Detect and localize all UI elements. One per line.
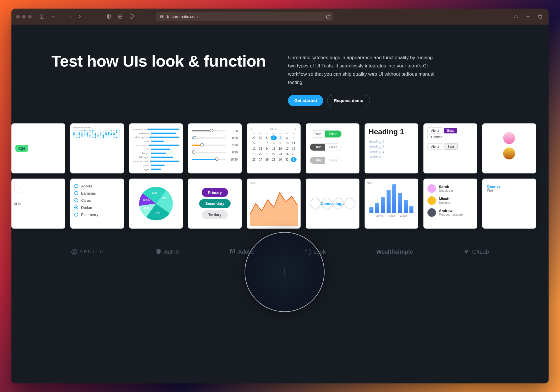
svg-point-4 — [121, 16, 121, 17]
svg-point-2 — [118, 15, 122, 19]
cal-next-icon[interactable]: › — [295, 127, 297, 131]
address-bar[interactable]: chromatic.com — [156, 12, 333, 21]
globe-icon — [160, 15, 164, 19]
card-pager: › of 40 — [11, 179, 65, 229]
svg-point-3 — [119, 16, 120, 17]
lock-icon — [166, 15, 169, 18]
privacy-icon[interactable] — [116, 13, 124, 21]
page-title: Test how UIs look & function — [51, 52, 271, 70]
card-tabs: Queries Fiel — [482, 179, 536, 229]
tertiary-button[interactable]: Tertiary — [202, 210, 228, 219]
logo-adobe: Adobe — [229, 249, 255, 255]
reload-icon[interactable] — [326, 15, 330, 19]
card-badge: dge — [11, 123, 65, 173]
cal-prev-icon[interactable]: ‹ — [251, 127, 252, 131]
pager-next-icon[interactable]: › — [14, 184, 24, 193]
list-item[interactable]: Bananas — [74, 191, 120, 195]
card-buttons: Primary Secondary Tertiary — [188, 179, 242, 229]
card-pie-chart: 35%25%12.9%12.5%25% — [129, 179, 183, 229]
connecting-label: Connecting... — [321, 201, 344, 206]
url-text: chromatic.com — [172, 14, 198, 19]
svg-rect-11 — [539, 15, 542, 18]
forward-button[interactable] — [76, 13, 84, 21]
browser-toolbar: chromatic.com — [11, 9, 549, 25]
list-item[interactable]: Apples — [74, 184, 120, 188]
logo-apollo: APOLLO — [71, 249, 105, 255]
list-item[interactable]: Durian — [74, 205, 120, 210]
card-histogram: 95% 20ms30ms40ms — [365, 179, 418, 229]
plus-icon[interactable] — [524, 13, 532, 21]
secondary-button[interactable]: Secondary — [199, 199, 231, 208]
svg-rect-8 — [167, 17, 169, 18]
shield-outline-icon[interactable] — [128, 13, 136, 21]
back-button[interactable] — [67, 13, 75, 21]
tabs-icon[interactable] — [536, 13, 544, 21]
logo-seek: seek — [305, 249, 326, 255]
hero-body: Chromatic catches bugs in appearance and… — [288, 54, 437, 87]
card-headings: Heading 1 Heading 2Heading 3Heading 4Hea… — [365, 123, 418, 173]
card-area-chart: 25% — [247, 179, 301, 229]
card-connecting: Connecting... — [306, 179, 359, 229]
card-bar-chart: transactionestimatedescriptionnamesummar… — [129, 123, 183, 173]
list-item[interactable]: Citrus — [74, 198, 120, 203]
svg-point-18 — [306, 249, 311, 254]
shield-half-icon[interactable] — [105, 13, 113, 21]
sidebar-toggle-icon[interactable] — [38, 13, 46, 21]
request-demo-button[interactable]: Request demo — [327, 95, 370, 106]
svg-rect-0 — [40, 15, 44, 18]
card-pills: AlphaBetaGamma AlphaBeta — [423, 123, 477, 173]
badge: dge — [15, 145, 28, 152]
customer-logos: APOLLO Auth0 Adobe seek Wealthsimple Git… — [11, 229, 549, 267]
card-sliders: --/200/205/200/2015/20 — [188, 123, 242, 173]
svg-text:12.9%: 12.9% — [144, 206, 151, 209]
logo-gitlab: GitLab — [464, 249, 489, 255]
card-radio-list: ApplesBananasCitrusDurianElderberry — [70, 179, 124, 229]
hero-section: Test how UIs look & function Chromatic c… — [11, 25, 549, 123]
min-dot[interactable] — [22, 15, 26, 19]
primary-button[interactable]: Primary — [202, 188, 228, 197]
list-item[interactable]: Elderberry — [74, 213, 120, 217]
card-avatars — [482, 123, 536, 173]
svg-text:25%: 25% — [152, 191, 157, 194]
chevron-down-icon[interactable] — [49, 13, 57, 21]
page-content: Test how UIs look & function Chromatic c… — [11, 25, 549, 383]
close-dot[interactable] — [16, 15, 20, 19]
svg-text:25%: 25% — [155, 211, 160, 214]
avatar — [503, 132, 515, 144]
get-started-button[interactable]: Get started — [288, 95, 323, 106]
logo-wealthsimple: Wealthsimple — [376, 249, 413, 255]
svg-text:12.5%: 12.5% — [143, 199, 150, 201]
card-toggles: TrueFalseTrueFalseTrueFalse — [306, 123, 359, 173]
card-people: SarahDeveloperMicahDesignerAndrewProduct… — [423, 179, 477, 229]
component-gallery: dge Usage frequency transactionestimated… — [11, 123, 549, 229]
avatar — [503, 147, 515, 159]
svg-text:35%: 35% — [163, 197, 168, 199]
tab-fields[interactable]: Fiel — [487, 189, 527, 193]
cal-month: AUG — [270, 127, 278, 131]
browser-window: chromatic.com Test how UIs look & functi… — [11, 9, 549, 383]
card-heatmap: Usage frequency — [70, 123, 124, 173]
max-dot[interactable] — [28, 15, 32, 19]
window-controls[interactable] — [16, 15, 32, 19]
heading-1: Heading 1 — [369, 127, 414, 136]
tab-queries[interactable]: Queries — [487, 184, 527, 189]
card-calendar: ‹ AUG › SuMoTuWeThFrSa293031123456789101… — [247, 123, 301, 173]
share-icon[interactable] — [512, 13, 520, 21]
logo-auth0: Auth0 — [155, 249, 179, 255]
